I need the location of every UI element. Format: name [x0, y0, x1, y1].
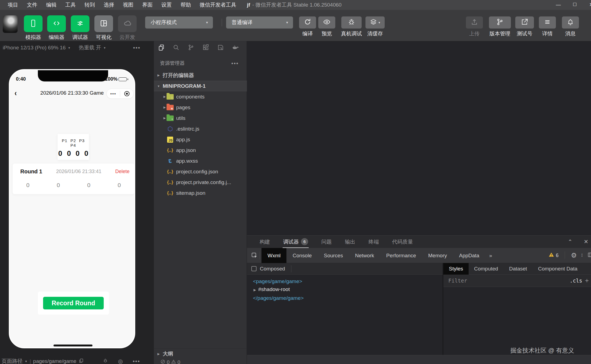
devtab-memory[interactable]: Memory	[422, 248, 453, 263]
menu-interface[interactable]: 界面	[138, 0, 157, 10]
files-icon[interactable]	[158, 44, 165, 52]
tab-build[interactable]: 构建	[253, 236, 277, 248]
menu-goto[interactable]: 转到	[80, 0, 99, 10]
wxml-open-tag[interactable]: <pages/game/game>	[253, 277, 304, 285]
tab-debugger[interactable]: 调试器6	[277, 236, 315, 248]
devtab-appdata[interactable]: AppData	[453, 248, 485, 263]
version-control-button[interactable]	[489, 16, 511, 29]
menu-select[interactable]: 选择	[99, 0, 119, 10]
devtab-wxml[interactable]: Wxml	[261, 248, 286, 263]
kebab-menu-icon[interactable]: ⁝	[581, 252, 583, 258]
collapse-panel-icon[interactable]: ⌃	[565, 236, 576, 248]
chevron-down-icon[interactable]: ▼	[103, 46, 106, 49]
menu-file[interactable]: 文件	[22, 0, 42, 10]
page-path-label[interactable]: 页面路径	[2, 358, 22, 364]
footer-more-icon[interactable]: •••	[133, 358, 140, 364]
maximize-button[interactable]: ☐	[569, 0, 581, 10]
chevron-down-icon[interactable]: ▼	[25, 360, 27, 363]
debugger-toggle-button[interactable]: 调试器	[71, 15, 89, 41]
tree-file-project-config[interactable]: {..} project.config.json	[154, 166, 247, 177]
wxml-shadow-root[interactable]: ▶#shadow-root	[253, 285, 304, 294]
tree-file-eslintrc[interactable]: ⬡ .eslintrc.js	[154, 123, 247, 134]
hot-reload-toggle[interactable]: 热重载 开	[79, 44, 101, 51]
preview-button[interactable]	[318, 16, 335, 29]
editor-toggle-button[interactable]: 编辑器	[47, 15, 66, 41]
tree-file-sitemap[interactable]: {..} sitemap.json	[154, 188, 247, 198]
source-control-icon[interactable]	[187, 44, 195, 52]
cls-toggle[interactable]: .cls	[570, 278, 582, 284]
explorer-more-icon[interactable]: •••	[231, 60, 239, 67]
menu-tools[interactable]: 工具	[61, 0, 80, 10]
close-target-icon[interactable]	[120, 91, 133, 96]
debug-icon[interactable]	[103, 358, 108, 364]
devtab-sources[interactable]: Sources	[318, 248, 349, 263]
gear-icon[interactable]: ⚙	[571, 252, 577, 259]
compile-mode-dropdown[interactable]: 普通编译 ▼	[226, 16, 293, 29]
more-menu-icon[interactable]: •••	[107, 89, 120, 99]
filter-input[interactable]	[448, 277, 570, 284]
menu-wechat-devtools[interactable]: 微信开发者工具	[195, 0, 241, 10]
close-button[interactable]: ✕	[585, 0, 591, 10]
menu-view[interactable]: 视图	[119, 0, 138, 10]
search-icon[interactable]	[173, 44, 180, 52]
menu-project[interactable]: 项目	[3, 0, 22, 10]
test-account-button[interactable]	[515, 16, 534, 29]
cloud-dev-button[interactable]: 云开发	[118, 15, 137, 41]
compile-button[interactable]	[299, 16, 316, 29]
wxml-close-tag[interactable]: </pages/game/game>	[253, 294, 304, 302]
extensions-icon[interactable]	[202, 44, 209, 52]
clear-cache-button[interactable]: ▼	[365, 16, 385, 29]
locate-icon[interactable]: ◎	[118, 358, 123, 364]
copy-icon[interactable]	[78, 358, 84, 364]
problems-counter[interactable]: 0 0	[161, 359, 180, 364]
messages-button[interactable]	[562, 16, 579, 29]
tree-open-editors[interactable]: ▶ 打开的编辑器	[154, 70, 247, 81]
tab-terminal[interactable]: 终端	[362, 236, 385, 248]
docker-icon[interactable]	[232, 44, 240, 52]
devtab-performance[interactable]: Performance	[380, 248, 422, 263]
simulator-toggle-button[interactable]: 模拟器	[24, 15, 43, 41]
devtab-console[interactable]: Console	[286, 248, 318, 263]
outline-section[interactable]: ▶ 大纲	[154, 348, 247, 359]
tab-problems[interactable]: 问题	[315, 236, 338, 248]
tree-folder-components[interactable]: ▶ ∷ components	[154, 91, 247, 102]
mode-dropdown[interactable]: 小程序模式 ▼	[145, 16, 213, 29]
upload-button[interactable]	[466, 16, 483, 29]
tab-code-quality[interactable]: 代码质量	[385, 236, 420, 248]
more-options-icon[interactable]: •••	[133, 45, 140, 51]
tree-file-app-wxss[interactable]: 3 app.wxss	[154, 156, 247, 166]
tree-file-project-private-config[interactable]: {..} project.private.config.j...	[154, 177, 247, 188]
chevron-down-icon[interactable]: ▼	[68, 46, 71, 49]
more-tabs-icon[interactable]: »	[485, 248, 496, 263]
minimize-button[interactable]: —	[552, 0, 565, 10]
device-selector[interactable]: iPhone 12/13 (Pro) 69% 16	[3, 45, 66, 51]
new-rule-icon[interactable]: +	[585, 277, 589, 284]
inspect-icon[interactable]	[251, 252, 258, 259]
save-icon[interactable]	[217, 44, 224, 52]
tree-folder-utils[interactable]: ▶ + utils	[154, 113, 247, 123]
tree-file-app-js[interactable]: JS app.js	[154, 134, 247, 145]
tree-file-app-json[interactable]: {..} app.json	[154, 145, 247, 156]
tab-dataset[interactable]: Dataset	[503, 263, 532, 275]
devtab-network[interactable]: Network	[349, 248, 380, 263]
tab-output[interactable]: 输出	[338, 236, 362, 248]
dock-side-icon[interactable]	[587, 252, 591, 259]
tree-project-root[interactable]: ▼ MINIPROGRAM-1	[154, 81, 247, 91]
visual-toggle-button[interactable]: 可视化	[94, 15, 113, 41]
tab-computed[interactable]: Computed	[469, 263, 504, 275]
warning-counter[interactable]: 6	[549, 252, 559, 259]
details-button[interactable]	[539, 16, 556, 29]
menu-edit[interactable]: 编辑	[42, 0, 61, 10]
page-path-value[interactable]: pages/game/game	[33, 358, 76, 364]
tree-folder-pages[interactable]: ▶ ◈ pages	[154, 102, 247, 113]
delete-round-button[interactable]: Delete	[115, 169, 130, 174]
close-panel-icon[interactable]: ✕	[581, 236, 591, 248]
avatar[interactable]	[3, 15, 18, 33]
record-round-button[interactable]: Record Round	[43, 297, 104, 309]
menu-settings[interactable]: 设置	[157, 0, 176, 10]
menu-help[interactable]: 帮助	[176, 0, 195, 10]
device-debug-button[interactable]	[341, 16, 362, 29]
tab-component-data[interactable]: Component Data	[533, 263, 583, 275]
composed-checkbox[interactable]	[251, 266, 257, 271]
tab-styles[interactable]: Styles	[443, 263, 469, 275]
